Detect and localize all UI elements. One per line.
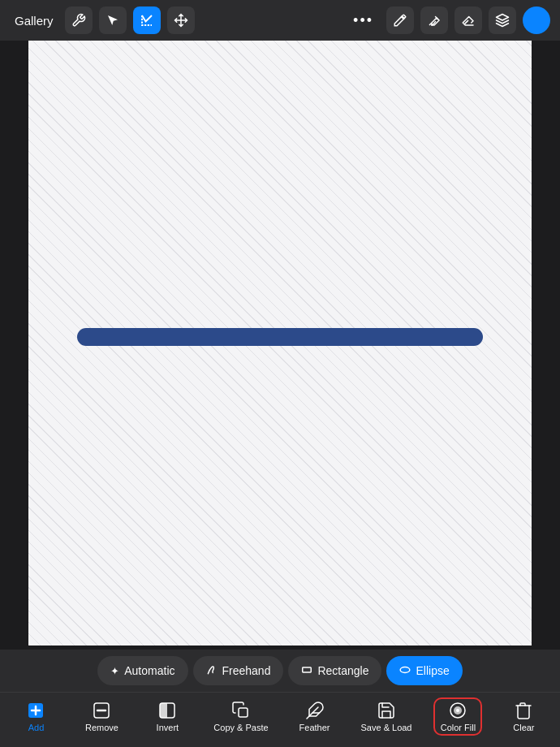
smudge-button[interactable] [420,6,448,34]
invert-button[interactable]: Invert [143,697,192,736]
remove-icon [92,701,111,720]
selection-bar: ✦ Automatic Freehand Rectangle Ellipse [0,650,560,692]
rectangle-select-btn[interactable]: Rectangle [288,656,381,685]
freehand-select-btn[interactable]: Freehand [193,656,284,685]
wrench-icon [71,13,86,28]
color-fill-button[interactable]: Color Fill [433,697,482,736]
ellipse-icon [399,664,411,678]
remove-button[interactable]: Remove [77,697,126,736]
color-button[interactable] [523,6,550,34]
eraser-icon [461,13,476,28]
clear-icon [514,701,533,720]
clear-label: Clear [513,723,534,732]
selection-icon [140,13,154,28]
add-button[interactable]: Add [11,697,60,736]
drawn-stroke [77,328,483,346]
transform-icon [174,13,188,28]
copy-paste-icon [231,701,251,720]
cursor-icon [106,13,120,28]
remove-label: Remove [85,723,118,732]
brush-icon [393,13,407,28]
action-bar: Add Remove Invert Copy & Paste Feather [0,692,560,747]
add-icon [26,701,45,720]
rectangle-icon [301,664,312,678]
more-button[interactable]: ••• [347,9,380,32]
feather-button[interactable]: Feather [291,697,339,736]
save-load-icon [377,701,396,720]
color-fill-icon [448,701,467,720]
svg-rect-9 [239,708,248,717]
color-fill-label: Color Fill [441,723,476,732]
eraser-button[interactable] [454,6,482,34]
arrow-button[interactable] [99,6,127,34]
automatic-select-btn[interactable]: ✦ Automatic [97,656,187,685]
wrench-button[interactable] [65,6,93,34]
automatic-icon: ✦ [110,665,119,677]
transform-button[interactable] [167,6,195,34]
layers-icon [495,13,510,28]
clear-button[interactable]: Clear [499,697,548,736]
feather-icon [305,701,325,720]
drawing-canvas[interactable] [28,28,532,646]
svg-rect-1 [303,667,312,672]
svg-point-14 [456,709,459,712]
top-toolbar: Gallery ••• [0,0,560,41]
invert-icon [157,701,177,720]
selection-button[interactable] [133,6,161,34]
save-load-button[interactable]: Save & Load [356,697,417,736]
copy-paste-button[interactable]: Copy & Paste [209,697,273,736]
gallery-button[interactable]: Gallery [10,11,58,31]
svg-marker-0 [497,15,509,21]
right-tools [386,6,550,34]
smudge-icon [427,13,442,28]
canvas-area [0,41,560,633]
svg-point-2 [401,667,411,672]
layers-button[interactable] [489,6,516,34]
brush-button[interactable] [386,6,414,34]
add-label: Add [28,723,45,732]
save-load-label: Save & Load [361,723,412,732]
freehand-icon [206,664,218,678]
invert-label: Invert [157,723,179,732]
copy-paste-label: Copy & Paste [213,723,268,732]
ellipse-select-btn[interactable]: Ellipse [386,656,462,685]
feather-label: Feather [299,723,330,732]
